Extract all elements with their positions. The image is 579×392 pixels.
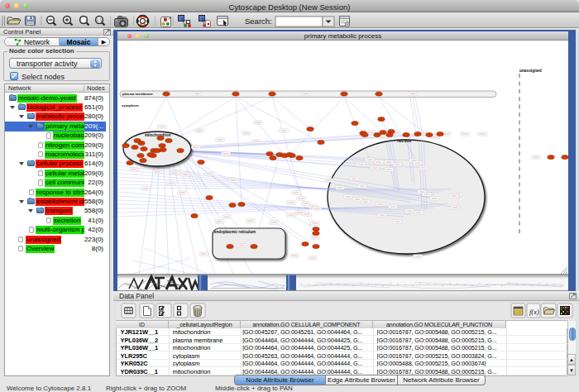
svg-text:endoplasmic reticulum: endoplasmic reticulum [214, 230, 256, 234]
svg-text:Search:: Search: [245, 17, 272, 26]
svg-text:1:1: 1:1 [97, 18, 103, 22]
svg-text:plasma membrane: plasma membrane [122, 92, 153, 96]
svg-text:f(x): f(x) [529, 308, 539, 316]
svg-text:nucleus: nucleus [397, 139, 412, 143]
svg-text:cytoplasm: cytoplasm [122, 103, 139, 108]
svg-text:unassigned: unassigned [519, 69, 542, 73]
